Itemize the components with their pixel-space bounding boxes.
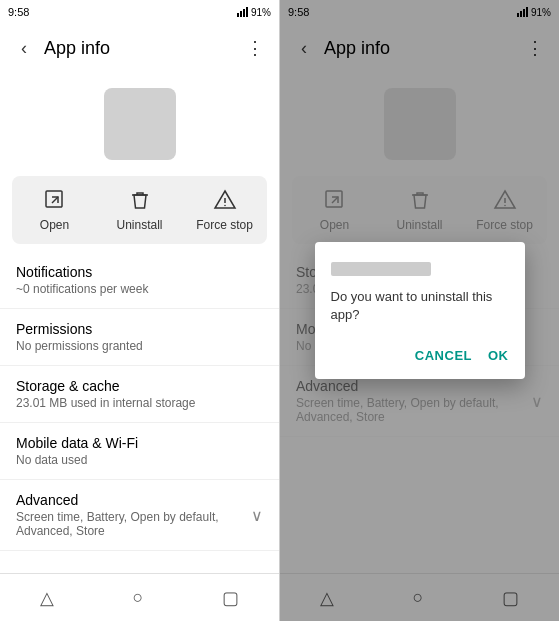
app-icon-area-left bbox=[0, 72, 279, 168]
force-stop-icon bbox=[213, 188, 237, 212]
storage-item[interactable]: Storage & cache 23.01 MB used in interna… bbox=[0, 366, 279, 423]
svg-rect-3 bbox=[246, 7, 248, 17]
permissions-item[interactable]: Permissions No permissions granted bbox=[0, 309, 279, 366]
page-title-left: App info bbox=[44, 38, 239, 59]
status-time-left: 9:58 bbox=[8, 6, 29, 18]
mobile-data-sub: No data used bbox=[16, 453, 263, 467]
nav-bar-left: △ ○ ▢ bbox=[0, 573, 279, 621]
dialog-overlay: Do you want to uninstall this app? CANCE… bbox=[280, 0, 559, 621]
svg-rect-4 bbox=[46, 191, 62, 207]
storage-title: Storage & cache bbox=[16, 378, 263, 394]
dialog-buttons: CANCEL OK bbox=[331, 344, 509, 367]
mobile-data-title: Mobile data & Wi-Fi bbox=[16, 435, 263, 451]
back-nav-icon[interactable]: △ bbox=[40, 587, 54, 609]
open-icon bbox=[43, 188, 67, 212]
right-panel: 9:58 91% ‹ App info ⋮ Open bbox=[280, 0, 559, 621]
advanced-sub: Screen time, Battery, Open by default, A… bbox=[16, 510, 251, 538]
dialog-title-placeholder bbox=[331, 262, 431, 276]
uninstall-icon bbox=[128, 188, 152, 212]
svg-point-9 bbox=[224, 205, 226, 207]
svg-rect-1 bbox=[240, 11, 242, 17]
svg-rect-2 bbox=[243, 9, 245, 17]
uninstall-label: Uninstall bbox=[116, 218, 162, 232]
home-nav-icon[interactable]: ○ bbox=[133, 587, 144, 608]
chevron-down-icon: ∨ bbox=[251, 506, 263, 525]
uninstall-dialog: Do you want to uninstall this app? CANCE… bbox=[315, 242, 525, 379]
mobile-data-item[interactable]: Mobile data & Wi-Fi No data used bbox=[0, 423, 279, 480]
advanced-item[interactable]: Advanced Screen time, Battery, Open by d… bbox=[0, 480, 279, 551]
more-button-left[interactable]: ⋮ bbox=[239, 32, 271, 64]
open-button[interactable]: Open bbox=[25, 188, 85, 232]
recents-nav-icon[interactable]: ▢ bbox=[222, 587, 239, 609]
permissions-sub: No permissions granted bbox=[16, 339, 263, 353]
action-row-left: Open Uninstall Force stop bbox=[12, 176, 267, 244]
notifications-sub: ~0 notifications per week bbox=[16, 282, 263, 296]
notifications-title: Notifications bbox=[16, 264, 263, 280]
svg-rect-0 bbox=[237, 13, 239, 17]
advanced-title: Advanced bbox=[16, 492, 251, 508]
force-stop-button[interactable]: Force stop bbox=[195, 188, 255, 232]
force-stop-label: Force stop bbox=[196, 218, 253, 232]
uninstall-button[interactable]: Uninstall bbox=[110, 188, 170, 232]
back-button-left[interactable]: ‹ bbox=[8, 32, 40, 64]
settings-list-left: Notifications ~0 notifications per week … bbox=[0, 252, 279, 573]
storage-sub: 23.01 MB used in internal storage bbox=[16, 396, 263, 410]
permissions-title: Permissions bbox=[16, 321, 263, 337]
status-bar-left: 9:58 91% bbox=[0, 0, 279, 24]
open-label: Open bbox=[40, 218, 69, 232]
left-panel: 9:58 91% ‹ App info ⋮ Open bbox=[0, 0, 279, 621]
svg-line-5 bbox=[52, 197, 58, 203]
status-icons-left: 91% bbox=[237, 7, 271, 18]
dialog-message: Do you want to uninstall this app? bbox=[331, 288, 509, 324]
top-bar-left: ‹ App info ⋮ bbox=[0, 24, 279, 72]
app-icon-left bbox=[104, 88, 176, 160]
dialog-cancel-button[interactable]: CANCEL bbox=[415, 344, 472, 367]
notifications-item[interactable]: Notifications ~0 notifications per week bbox=[0, 252, 279, 309]
dialog-ok-button[interactable]: OK bbox=[488, 344, 509, 367]
